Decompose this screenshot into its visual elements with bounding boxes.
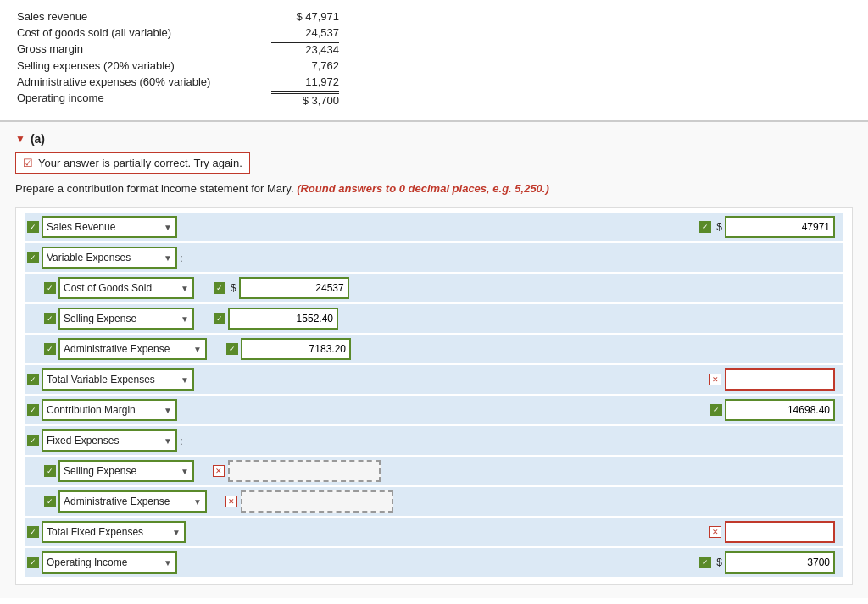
form-row-total-fixed: ✓ Total Fixed Expenses ▼ ✕ (25, 518, 843, 546)
cb-checked-cogs: ✓ (44, 282, 56, 294)
dropdown-operating[interactable]: Operating Income ▼ (42, 551, 177, 574)
form-row-total-var: ✓ Total Variable Expenses ▼ ✕ (25, 365, 843, 394)
form-row-operating-income: ✓ Operating Income ▼ ✓ $ (25, 548, 843, 577)
cb-checked-var: ✓ (27, 252, 39, 263)
cb-contribution[interactable]: ✓ (25, 404, 42, 416)
input-contribution[interactable] (725, 399, 835, 421)
cb-right-admin-fixed[interactable]: ✕ (224, 496, 241, 507)
cb-right-total-fixed[interactable]: ✕ (708, 526, 725, 538)
input-sales-revenue[interactable] (725, 216, 835, 238)
input-admin-var[interactable] (241, 338, 351, 360)
cb-sales-revenue[interactable]: ✓ (25, 221, 42, 233)
cb-checked-sales: ✓ (27, 221, 39, 233)
cb-checked-right-contribution: ✓ (710, 404, 722, 416)
cb-total-var[interactable]: ✓ (25, 374, 42, 385)
dropdown-selling-var[interactable]: Selling Expense ▼ (58, 308, 194, 330)
cb-checked-operating: ✓ (27, 557, 39, 568)
ref-row-admin: Administrative expenses (60% variable) 1… (17, 74, 339, 90)
reference-table: Sales revenue $ 47,971 Cost of goods sol… (0, 0, 868, 122)
cb-checked-admin-var: ✓ (44, 343, 56, 355)
row-right-sales: ✓ $ (697, 216, 843, 238)
ref-value-gross: 23,434 (271, 42, 339, 56)
dropdown-arrow-admin-var: ▼ (193, 345, 202, 354)
cb-right-total-var[interactable]: ✕ (708, 374, 725, 385)
cb-checked-selling-fixed: ✓ (44, 465, 56, 477)
cb-selling-var[interactable]: ✓ (42, 313, 58, 324)
ref-value-selling: 7,762 (271, 59, 339, 72)
ref-label-gross: Gross margin (17, 42, 83, 56)
cb-selling-fixed[interactable]: ✓ (42, 465, 58, 477)
ref-row-cogs: Cost of goods sold (all variable) 24,537 (17, 25, 339, 41)
dropdown-label-cogs: Cost of Goods Sold (64, 282, 177, 294)
dropdown-contribution[interactable]: Contribution Margin ▼ (42, 399, 177, 421)
cb-checked-right-admin-var: ✓ (226, 343, 238, 355)
colon-fixed: : (180, 435, 183, 447)
dropdown-label-admin-fixed: Administrative Expense (64, 496, 190, 507)
cb-operating[interactable]: ✓ (25, 557, 42, 568)
page-container: Sales revenue $ 47,971 Cost of goods sol… (0, 0, 868, 604)
section-header: ▼ (a) (15, 132, 853, 146)
form-row-sales-revenue: ✓ Sales Revenue ▼ ✓ $ (25, 213, 843, 241)
dropdown-label-total-var: Total Variable Expenses (47, 374, 177, 385)
ref-label-admin: Administrative expenses (60% variable) (17, 75, 210, 88)
partial-correct-text: Your answer is partially correct. Try ag… (38, 157, 242, 169)
cb-admin-fixed[interactable]: ✓ (42, 496, 58, 507)
dropdown-label-admin-var: Administrative Expense (64, 343, 190, 355)
input-operating[interactable] (725, 551, 835, 574)
dropdown-total-var[interactable]: Total Variable Expenses ▼ (42, 368, 194, 391)
dropdown-label-selling-var: Selling Expense (64, 313, 177, 324)
collapse-icon[interactable]: ▼ (15, 133, 25, 145)
cb-checked-contribution: ✓ (27, 404, 39, 416)
form-row-admin-var: ✓ Administrative Expense ▼ ✓ (25, 335, 843, 363)
input-total-fixed[interactable] (725, 521, 835, 543)
dropdown-arrow-contribution: ▼ (164, 406, 172, 415)
cb-variable-expenses[interactable]: ✓ (25, 252, 42, 263)
dropdown-arrow-sales: ▼ (164, 223, 172, 232)
cb-right-cogs[interactable]: ✓ (211, 282, 228, 294)
dropdown-sales-revenue[interactable]: Sales Revenue ▼ (42, 216, 177, 238)
input-selling-fixed[interactable] (228, 460, 381, 482)
ref-label-selling: Selling expenses (20% variable) (17, 59, 175, 72)
row-right-contribution: ✓ (708, 399, 843, 421)
form-row-fixed-expenses: ✓ Fixed Expenses ▼ : (25, 426, 843, 455)
form-row-selling-fixed: ✓ Selling Expense ▼ ✕ (25, 457, 843, 485)
dollar-operating: $ (716, 557, 722, 568)
cb-total-fixed[interactable]: ✓ (25, 526, 42, 538)
cb-x-total-fixed: ✕ (709, 526, 721, 538)
cb-fixed[interactable]: ✓ (25, 435, 42, 446)
dropdown-selling-fixed[interactable]: Selling Expense ▼ (58, 460, 194, 482)
cb-right-operating[interactable]: ✓ (697, 557, 714, 568)
section-a: ▼ (a) ☑ Your answer is partially correct… (0, 122, 868, 598)
dropdown-arrow-selling-var: ▼ (181, 314, 189, 324)
dropdown-label-var: Variable Expenses (47, 252, 160, 263)
input-admin-fixed[interactable] (241, 490, 393, 513)
input-total-var[interactable] (725, 368, 835, 391)
dropdown-arrow-cogs: ▼ (181, 284, 189, 293)
cb-right-selling-var[interactable]: ✓ (211, 313, 228, 324)
ref-value-cogs: 24,537 (271, 26, 339, 39)
cb-right-contribution[interactable]: ✓ (708, 404, 725, 416)
cb-right-selling-fixed[interactable]: ✕ (211, 465, 228, 477)
cb-admin-var[interactable]: ✓ (42, 343, 58, 355)
ref-label-cogs: Cost of goods sold (all variable) (17, 26, 171, 39)
cb-right-sales[interactable]: ✓ (697, 221, 714, 233)
cb-checked-right-cogs: ✓ (214, 282, 225, 294)
dropdown-fixed[interactable]: Fixed Expenses ▼ (42, 429, 177, 452)
cb-cogs[interactable]: ✓ (42, 282, 58, 294)
form-row-contribution: ✓ Contribution Margin ▼ ✓ (25, 396, 843, 424)
form-row-selling-var: ✓ Selling Expense ▼ ✓ (25, 304, 843, 333)
dropdown-cogs[interactable]: Cost of Goods Sold ▼ (58, 277, 194, 299)
dropdown-total-fixed[interactable]: Total Fixed Expenses ▼ (42, 521, 186, 543)
ref-row-operating: Operating income $ 3,700 (17, 90, 339, 108)
cb-right-admin-var[interactable]: ✓ (224, 343, 241, 355)
dropdown-variable-expenses[interactable]: Variable Expenses ▼ (42, 247, 177, 269)
dropdown-label-fixed: Fixed Expenses (47, 435, 160, 446)
ref-label-operating: Operating income (17, 91, 104, 107)
input-cogs[interactable] (239, 277, 349, 299)
dropdown-label-operating: Operating Income (47, 557, 160, 568)
ref-label-sales: Sales revenue (17, 10, 87, 23)
dropdown-admin-var[interactable]: Administrative Expense ▼ (58, 338, 207, 360)
dropdown-arrow-operating: ▼ (164, 558, 172, 568)
dropdown-admin-fixed[interactable]: Administrative Expense ▼ (58, 490, 207, 513)
input-selling-var[interactable] (228, 308, 338, 330)
